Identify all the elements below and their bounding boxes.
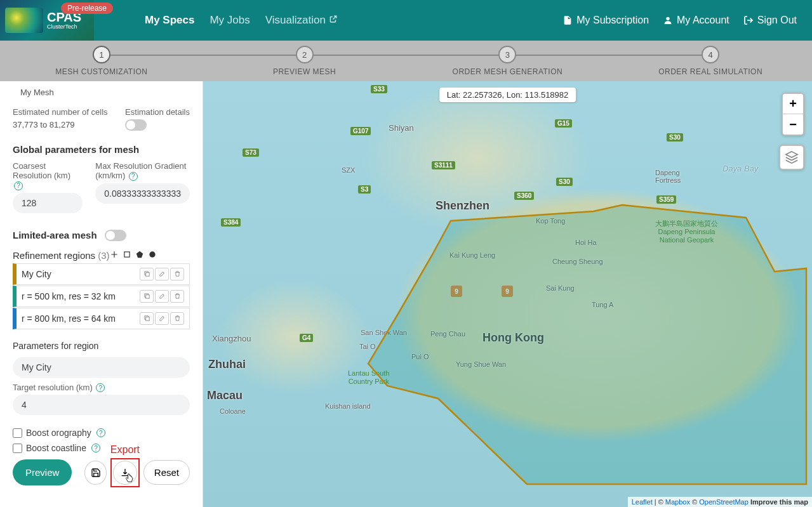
delete-region-icon[interactable] — [170, 268, 184, 280]
help-icon[interactable]: ? — [91, 444, 100, 452]
city-dapeng: Dapeng Fortress — [655, 169, 681, 184]
svg-rect-5 — [145, 295, 149, 299]
svg-rect-1 — [124, 251, 130, 256]
help-icon[interactable]: ? — [14, 181, 23, 190]
help-icon[interactable]: ? — [96, 383, 105, 392]
nav-account[interactable]: My Account — [663, 15, 729, 26]
target-res-input[interactable]: 4 — [13, 395, 190, 415]
file-icon — [562, 15, 573, 25]
signout-icon — [743, 15, 754, 25]
mesh-name: My Mesh — [13, 86, 190, 98]
copy-region-icon[interactable] — [140, 268, 154, 280]
est-details-toggle[interactable] — [125, 119, 147, 131]
step-3[interactable]: 3 ORDER MESH GENERATION — [406, 46, 609, 76]
zoom-in-button[interactable]: + — [783, 94, 803, 114]
nav-signout-label: Sign Out — [757, 15, 797, 26]
boost-orography-checkbox[interactable] — [13, 428, 22, 438]
city-szx: SZX — [342, 166, 355, 174]
coords-display: Lat: 22.257326, Lon: 113.518982 — [439, 88, 576, 102]
city-shiyan: Shiyan — [389, 123, 414, 133]
copy-region-icon[interactable] — [140, 312, 154, 325]
attrib-osm[interactable]: OpenStreetMap — [699, 498, 749, 506]
coarsest-label: Coarsest Resolution (km) ? — [13, 161, 83, 190]
highway-badge: S30 — [556, 178, 573, 186]
map[interactable]: Lat: 22.257326, Lon: 113.518982 S33 G107… — [203, 81, 812, 507]
edit-region-icon[interactable] — [155, 312, 169, 325]
stepper: 1 MESH CUSTOMIZATION 2 PREVIEW MESH 3 OR… — [0, 41, 812, 81]
target-res-label: Target resolution (km) ? — [13, 383, 190, 393]
est-cells-value: 37,773 to 81,279 — [13, 120, 75, 129]
global-params-heading: Global parameters for mesh — [13, 144, 190, 155]
delete-region-icon[interactable] — [170, 290, 184, 303]
city-coloane: Coloane — [220, 407, 246, 415]
svg-point-0 — [666, 17, 669, 20]
limited-area-heading: Limited-area mesh — [13, 230, 190, 241]
nav-visualization[interactable]: Visualization — [265, 14, 338, 27]
nav-subscription-label: My Subscription — [576, 15, 649, 26]
region-item-3[interactable]: r = 800 km, res = 64 km — [13, 308, 190, 329]
layers-button[interactable] — [779, 145, 804, 170]
svg-point-3 — [149, 251, 155, 257]
step-4-label: ORDER REAL SIMULATION — [609, 67, 812, 76]
poly-region-icon[interactable] — [135, 250, 144, 261]
step-1-num: 1 — [93, 46, 110, 63]
attrib-mapbox[interactable]: Mapbox — [665, 498, 690, 506]
nav-subscription[interactable]: My Subscription — [562, 15, 649, 26]
step-1[interactable]: 1 MESH CUSTOMIZATION — [0, 46, 203, 76]
highway-badge: S30 — [667, 133, 683, 142]
step-4[interactable]: 4 ORDER REAL SIMULATION — [609, 46, 812, 76]
city-macau: Macau — [207, 389, 243, 402]
attrib-leaflet[interactable]: Leaflet — [632, 498, 653, 506]
highway-badge: S73 — [243, 148, 259, 157]
highway-badge: S33 — [371, 85, 387, 93]
highway-badge: S384 — [221, 218, 241, 227]
step-2[interactable]: 2 PREVIEW MESH — [203, 46, 406, 76]
export-annotation-label: Export — [110, 444, 140, 456]
step-2-num: 2 — [296, 46, 314, 63]
circle-region-icon[interactable] — [148, 250, 157, 261]
coarsest-input[interactable]: 128 — [13, 193, 83, 213]
nav-signout[interactable]: Sign Out — [743, 15, 797, 26]
region-polygon[interactable] — [343, 195, 812, 487]
nav-my-specs[interactable]: My Specs — [145, 14, 194, 27]
step-3-num: 3 — [498, 46, 516, 63]
city-xiangzhou: Xiangzhou — [212, 334, 251, 343]
city-zhuhai: Zhuhai — [208, 358, 246, 371]
nav-visualization-label: Visualization — [265, 14, 326, 26]
maxgrad-input[interactable]: 0.08333333333333 — [95, 183, 190, 204]
cursor-hand-icon — [123, 473, 135, 489]
help-icon[interactable]: ? — [97, 428, 105, 437]
step-2-label: PREVIEW MESH — [203, 67, 406, 76]
boost-coastline-checkbox[interactable] — [13, 444, 22, 453]
svg-marker-8 — [786, 152, 797, 157]
add-region-icon[interactable] — [110, 250, 119, 261]
help-icon[interactable]: ? — [129, 172, 138, 181]
region-item-1[interactable]: My City — [13, 263, 190, 285]
rect-region-icon[interactable] — [123, 250, 131, 261]
region-3-label: r = 800 km, res = 64 km — [22, 313, 116, 324]
zoom-out-button[interactable]: − — [783, 114, 803, 135]
refine-heading: Refinement regions (3) — [13, 250, 110, 261]
copy-region-icon[interactable] — [140, 290, 154, 303]
delete-region-icon[interactable] — [170, 312, 184, 325]
region-item-2[interactable]: r = 500 km, res = 32 km — [13, 286, 190, 307]
nav-my-jobs[interactable]: My Jobs — [210, 14, 250, 27]
highway-badge: G4 — [300, 334, 313, 342]
svg-rect-6 — [145, 317, 149, 321]
step-1-label: MESH CUSTOMIZATION — [0, 67, 203, 76]
limited-area-toggle[interactable] — [105, 230, 126, 241]
attrib-improve[interactable]: Improve this map — [749, 498, 808, 506]
layers-icon — [785, 150, 799, 164]
highway-badge: G107 — [350, 127, 371, 135]
edit-region-icon[interactable] — [155, 290, 169, 303]
region-name-input[interactable]: My City — [13, 357, 190, 378]
logo-subtitle: ClusterTech — [47, 23, 81, 30]
reset-button[interactable]: Reset — [143, 460, 190, 485]
save-icon — [91, 468, 101, 478]
edit-region-icon[interactable] — [155, 268, 169, 280]
save-button[interactable] — [84, 461, 106, 485]
maxgrad-label: Max Resolution Gradient (km/km) ? — [95, 161, 190, 181]
preview-button[interactable]: Preview — [13, 459, 72, 485]
highway-badge: S3111 — [432, 161, 455, 169]
region-2-label: r = 500 km, res = 32 km — [22, 291, 116, 301]
